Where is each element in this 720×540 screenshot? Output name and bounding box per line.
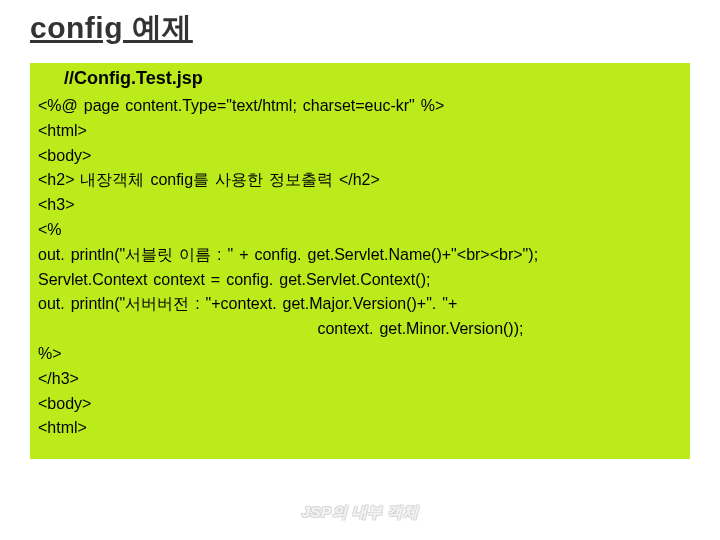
slide-title: config 예제 xyxy=(30,8,690,49)
footer-text: JSP의 내부 객체 xyxy=(0,503,720,522)
code-block: //Config.Test.jsp <%@ page content.Type=… xyxy=(30,63,690,459)
file-name-label: //Config.Test.jsp xyxy=(64,65,682,92)
code-content: <%@ page content.Type="text/html; charse… xyxy=(38,94,682,441)
